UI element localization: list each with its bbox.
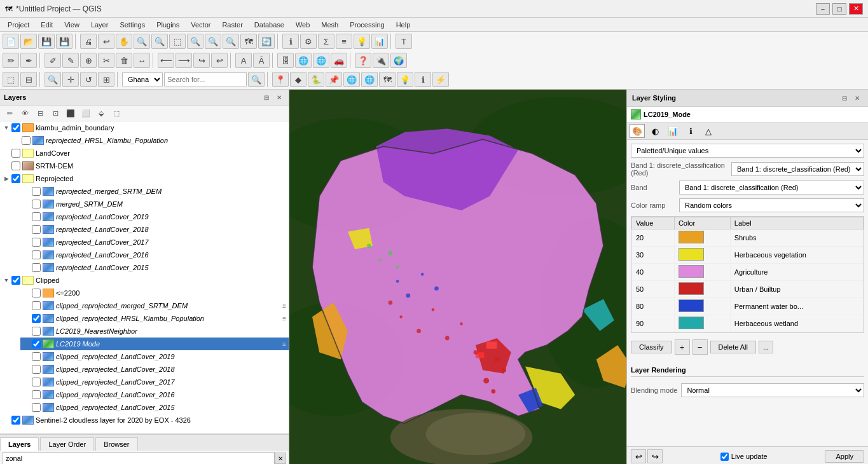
menu-settings[interactable]: Settings [114,20,150,30]
layer-item[interactable]: LandCover [0,147,289,160]
layer-item[interactable]: reprojected_merged_SRTM_DEM [20,185,289,198]
color-swatch[interactable] [679,282,704,295]
layer-item[interactable]: ▼ kiambu_admin_boundary [0,121,289,134]
layer-visibility-checkbox[interactable] [32,365,41,374]
menu-help[interactable]: Help [391,20,416,30]
cell-color[interactable] [674,229,730,247]
menu-edit[interactable]: Edit [36,20,58,30]
digitize-1[interactable]: ✐ [45,53,61,68]
rotate-btn[interactable]: ↺ [80,72,97,87]
layer-item[interactable]: reprojected_LandCover_2016 [20,249,289,261]
minimize-button[interactable]: − [816,3,830,15]
zoom-full-button[interactable]: 🔍 [187,34,203,49]
label-1[interactable]: A [235,53,252,68]
layer-item[interactable]: reprojected_LandCover_2017 [20,236,289,249]
layer-item[interactable]: LC2019_NearestNeighbor [20,325,289,338]
layer-item[interactable]: ▶ Reprojected [0,172,289,185]
db-4[interactable]: 🚗 [331,53,347,68]
menu-raster[interactable]: Raster [217,20,247,30]
globe-btn[interactable]: 🌐 [343,72,360,87]
layer-visibility-checkbox[interactable] [22,136,31,145]
select-button[interactable]: ⚙ [300,34,317,49]
layer-item[interactable]: reprojected_HRSL_Kiambu_Population [10,134,289,147]
map-info-btn[interactable]: ℹ [415,72,431,87]
help-btn[interactable]: ❓ [355,53,371,68]
blending-select[interactable]: Normal Multiply Screen [681,383,864,397]
layer-item[interactable]: clipped_reprojected_LandCover_2019 [20,350,289,363]
layer-item[interactable]: merged_SRTM_DEM [20,198,289,210]
layer-visibility-checkbox[interactable] [32,352,41,361]
coordinate-capture-btn[interactable]: 📍 [272,72,289,87]
print-button[interactable]: 🖨 [80,34,97,49]
zoom-out-button[interactable]: 🔍 [151,34,168,49]
layer-item[interactable]: reprojected_LandCover_2015 [20,261,289,274]
layer-item[interactable]: clipped_reprojected_merged_SRTM_DEM ≡ [20,299,289,312]
scale-btn[interactable]: ⊞ [98,72,114,87]
quick-btn[interactable]: ⚡ [432,72,449,87]
cell-color[interactable] [674,281,730,298]
search-clear-button[interactable]: ✕ [275,453,286,464]
menu-project[interactable]: Project [3,20,34,30]
panel-close-button[interactable]: ✕ [273,92,285,103]
color-swatch[interactable] [679,265,704,278]
zoom-selection-button[interactable]: 🔍 [223,34,239,49]
layer-visibility-checkbox[interactable] [11,161,20,170]
layer-visibility-checkbox[interactable] [32,238,41,247]
tab-browser[interactable]: Browser [95,437,137,451]
layer-visibility-checkbox[interactable] [11,416,20,425]
layer-item[interactable]: clipped_reprojected_LandCover_2016 [20,388,289,401]
add-class-button[interactable]: + [675,339,690,355]
open-project-button[interactable]: 📂 [20,34,37,49]
db-1[interactable]: 🗄 [277,53,294,68]
new-project-button[interactable]: 📄 [3,34,19,49]
select-feature-btn[interactable]: ⬚ [3,72,19,87]
filter-by-map-btn[interactable]: ⊡ [48,107,62,119]
menu-processing[interactable]: Processing [345,20,389,30]
layer-visibility-checkbox[interactable] [32,187,41,196]
layer-search-input[interactable] [3,452,275,464]
layer-visibility-checkbox[interactable] [32,225,41,234]
layer-item[interactable]: SRTM-DEM [0,160,289,172]
db-2[interactable]: 🌐 [295,53,312,68]
tab-layers[interactable]: Layers [0,437,39,451]
georef-btn[interactable]: 📌 [326,72,342,87]
menu-database[interactable]: Database [249,20,289,30]
layer-visibility-checkbox[interactable] [11,123,20,132]
save-project-button[interactable]: 💾 [38,34,55,49]
tip-button[interactable]: 💡 [354,34,370,49]
color-ramp-select[interactable]: Random colors Spectral RdYlGn [679,198,864,212]
layer-visibility-checkbox[interactable] [32,301,41,310]
pan-map-button[interactable]: 🗺 [240,34,257,49]
expand-icon[interactable]: ▶ [3,175,10,182]
styling-float-button[interactable]: ⊟ [839,92,850,104]
renderer-select[interactable]: Paletted/Unique values Singleband gray S… [631,144,864,158]
menu-vector[interactable]: Vector [186,20,216,30]
layer-visibility-checkbox[interactable] [32,339,41,348]
color-swatch[interactable] [679,248,704,261]
pan-button[interactable]: ✋ [116,34,132,49]
layer-visibility-checkbox[interactable] [32,327,41,336]
digitize-map-1[interactable]: ◆ [290,72,307,87]
color-swatch[interactable] [679,231,704,243]
digitize-3[interactable]: ⊕ [80,53,97,68]
layer-item[interactable]: ▼ Clipped [0,274,289,287]
filter-layer-btn[interactable]: ⊟ [33,107,47,119]
search-input[interactable] [164,72,247,86]
layer-visibility-checkbox[interactable] [32,212,41,221]
remove-class-button[interactable]: − [692,339,708,355]
snap-4[interactable]: ↩ [211,53,228,68]
plugin-2[interactable]: 🌍 [390,53,407,68]
layer-visibility-checkbox[interactable] [32,289,41,297]
attribute-button[interactable]: ≡ [336,34,352,49]
live-update-checkbox[interactable] [720,453,729,461]
menu-layer[interactable]: Layer [86,20,114,30]
band-select[interactable]: Band 1: discrete_classification (Red) Ba… [731,162,864,176]
layer-item[interactable]: clipped_reprojected_LandCover_2018 [20,363,289,376]
layer-item[interactable]: <=2200 [20,287,289,299]
pyramid-icon[interactable]: △ [701,124,716,138]
layer-visibility-checkbox[interactable] [32,378,41,386]
panel-float-button[interactable]: ⊟ [261,92,272,103]
deselect-btn[interactable]: ⊟ [20,72,37,87]
classify-button[interactable]: Classify [631,341,672,353]
sum-button[interactable]: Σ [318,34,334,49]
